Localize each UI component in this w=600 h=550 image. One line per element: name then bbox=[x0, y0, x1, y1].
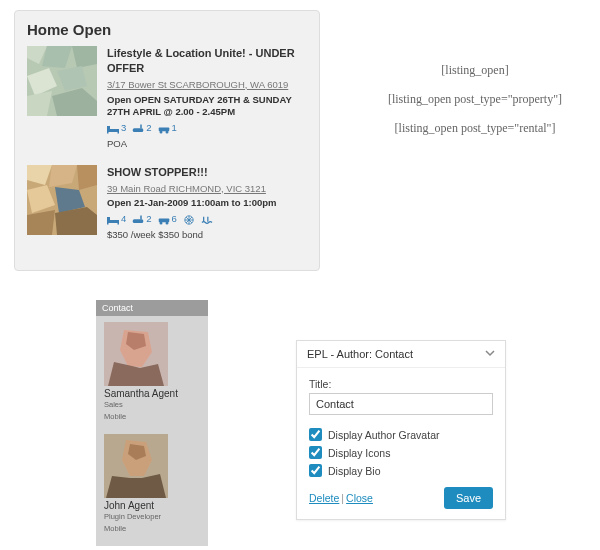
shortcode-line: [listing_open] bbox=[380, 56, 570, 85]
listing-address[interactable]: 3/17 Bower St SCARBOROUGH, WA 6019 bbox=[107, 79, 307, 92]
car-icon: 6 bbox=[158, 213, 177, 226]
shortcode-line: [listing_open post_type="rental"] bbox=[380, 114, 570, 143]
svg-point-32 bbox=[159, 221, 162, 224]
listing-price: POA bbox=[107, 138, 307, 151]
svg-rect-29 bbox=[133, 219, 144, 223]
checkbox-icons[interactable]: Display Icons bbox=[309, 446, 493, 459]
svg-rect-28 bbox=[118, 223, 120, 225]
checkbox-bio[interactable]: Display Bio bbox=[309, 464, 493, 477]
listing-thumbnail[interactable] bbox=[27, 165, 97, 235]
agent-card: John Agent Plugin Developer Mobile bbox=[96, 428, 208, 540]
delete-link[interactable]: Delete bbox=[309, 492, 339, 504]
home-open-panel: Home Open Lifestyle & Location Unite! - … bbox=[14, 10, 320, 271]
pool-icon bbox=[201, 215, 213, 225]
bed-icon: 4 bbox=[107, 213, 126, 226]
agent-name[interactable]: John Agent bbox=[104, 500, 200, 511]
listing-price: $350 /week $350 bond bbox=[107, 229, 307, 242]
agent-phone: Mobile bbox=[104, 412, 200, 423]
bath-icon: 2 bbox=[132, 213, 151, 226]
title-label: Title: bbox=[309, 378, 493, 390]
epl-widget-footer: Delete|Close Save bbox=[309, 487, 493, 509]
checkbox-gravatar[interactable]: Display Author Gravatar bbox=[309, 428, 493, 441]
epl-author-widget-box: EPL - Author: Contact Title: Display Aut… bbox=[296, 340, 506, 520]
svg-rect-30 bbox=[141, 215, 143, 219]
epl-widget-title: EPL - Author: Contact bbox=[307, 348, 413, 360]
agent-avatar[interactable] bbox=[104, 322, 168, 386]
widget-links: Delete|Close bbox=[309, 492, 373, 504]
listing-item: Lifestyle & Location Unite! - UNDER OFFE… bbox=[27, 46, 307, 151]
listing-title[interactable]: SHOW STOPPER!!! bbox=[107, 165, 307, 180]
close-link[interactable]: Close bbox=[346, 492, 373, 504]
contact-widget: Contact Samantha Agent Sales Mobile John… bbox=[96, 300, 208, 546]
svg-rect-27 bbox=[107, 223, 109, 225]
listing-features: 3 2 1 bbox=[107, 122, 307, 135]
svg-point-33 bbox=[165, 221, 168, 224]
listing-thumbnail[interactable] bbox=[27, 46, 97, 116]
agent-role: Sales bbox=[104, 400, 200, 411]
checkbox-input[interactable] bbox=[309, 464, 322, 477]
listing-features: 4 2 6 bbox=[107, 213, 307, 226]
epl-widget-body: Title: Display Author Gravatar Display I… bbox=[297, 368, 505, 519]
svg-point-16 bbox=[165, 130, 168, 133]
svg-rect-8 bbox=[107, 129, 119, 132]
epl-widget-header[interactable]: EPL - Author: Contact bbox=[297, 341, 505, 368]
checkbox-input[interactable] bbox=[309, 428, 322, 441]
svg-rect-26 bbox=[107, 217, 110, 220]
svg-point-15 bbox=[159, 130, 162, 133]
listing-body: Lifestyle & Location Unite! - UNDER OFFE… bbox=[107, 46, 307, 151]
agent-phone: Mobile bbox=[104, 524, 200, 535]
bath-icon: 2 bbox=[132, 122, 151, 135]
checkbox-input[interactable] bbox=[309, 446, 322, 459]
listing-body: SHOW STOPPER!!! 39 Main Road RICHMOND, V… bbox=[107, 165, 307, 242]
agent-avatar[interactable] bbox=[104, 434, 168, 498]
car-icon: 1 bbox=[158, 122, 177, 135]
aircon-icon bbox=[183, 215, 195, 225]
svg-rect-9 bbox=[107, 126, 110, 129]
agent-role: Plugin Developer bbox=[104, 512, 200, 523]
svg-rect-12 bbox=[133, 128, 144, 132]
svg-rect-11 bbox=[118, 132, 120, 134]
listing-title[interactable]: Lifestyle & Location Unite! - UNDER OFFE… bbox=[107, 46, 307, 76]
contact-widget-header: Contact bbox=[96, 300, 208, 316]
svg-rect-13 bbox=[141, 124, 143, 128]
svg-rect-25 bbox=[107, 220, 119, 223]
listing-item: SHOW STOPPER!!! 39 Main Road RICHMOND, V… bbox=[27, 165, 307, 242]
home-open-title: Home Open bbox=[27, 21, 307, 38]
agent-name[interactable]: Samantha Agent bbox=[104, 388, 200, 399]
shortcode-line: [listing_open post_type="property"] bbox=[380, 85, 570, 114]
shortcode-examples: [listing_open] [listing_open post_type="… bbox=[380, 56, 570, 142]
listing-open-time: Open 21-Jan-2009 11:00am to 1:00pm bbox=[107, 197, 307, 210]
caret-down-icon[interactable] bbox=[485, 348, 495, 360]
listing-open-time: Open OPEN SATURDAY 26TH & SUNDAY 27TH AP… bbox=[107, 94, 307, 120]
svg-rect-10 bbox=[107, 132, 109, 134]
bed-icon: 3 bbox=[107, 122, 126, 135]
listing-address[interactable]: 39 Main Road RICHMOND, VIC 3121 bbox=[107, 183, 307, 196]
title-input[interactable] bbox=[309, 393, 493, 415]
agent-card: Samantha Agent Sales Mobile bbox=[96, 316, 208, 428]
save-button[interactable]: Save bbox=[444, 487, 493, 509]
